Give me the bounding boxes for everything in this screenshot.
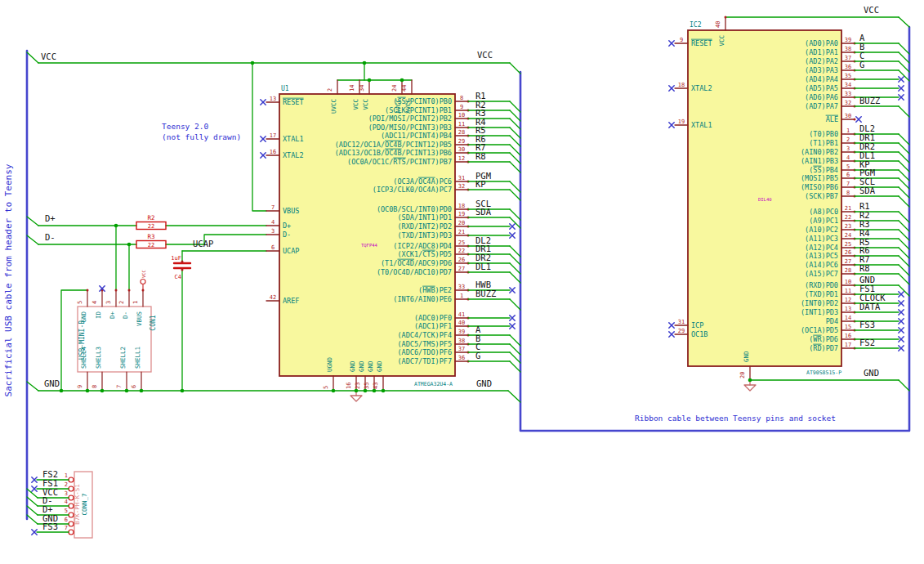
pin-name: RESET <box>691 39 712 47</box>
pin-number: 37 <box>845 55 851 61</box>
pin-number: 2 <box>846 137 850 143</box>
connector-pin-circle <box>69 530 74 535</box>
pin-name: (A15)PC7 <box>805 270 838 278</box>
pin-number: 24 <box>391 85 398 92</box>
pin-number: 5 <box>65 508 68 514</box>
pin-name: (ADC4/TCK)PF4 <box>397 331 452 339</box>
pin-number: 32 <box>845 100 851 106</box>
bus-entry <box>899 212 909 222</box>
net-label-r8: R8 <box>475 151 486 161</box>
junction-dot <box>364 389 368 393</box>
connector-pin-circle <box>69 495 74 500</box>
bus-entry <box>899 152 909 163</box>
pin-name: (T0/OC4D/ADC10)PD7 <box>377 268 452 276</box>
junction-dot <box>400 78 404 83</box>
pin-name: (ADC12/OC1A/OC4B/PCINT12)PB5 <box>335 141 452 149</box>
pin-number: 19 <box>458 211 465 217</box>
pin-name: (T1)PB1 <box>809 139 838 147</box>
wire <box>899 17 909 27</box>
pin-number: 1 <box>460 293 463 299</box>
net-label-fs3: FS3 <box>42 521 58 531</box>
pin-name: (A9)PC1 <box>809 217 838 225</box>
component-value: 22 <box>148 223 154 230</box>
pin-name: (AIN0)PB2 <box>801 148 838 156</box>
pin-name: (AD2)PA2 <box>805 57 838 65</box>
component-footprint: TQFP44 <box>361 243 378 248</box>
pin-number: 12 <box>845 297 851 303</box>
bus-entry <box>510 335 520 346</box>
power-flag-label: VCC <box>141 270 146 278</box>
pin-number: 23 <box>355 383 361 389</box>
pin-number: 38 <box>845 46 851 52</box>
net-label-fs2: FS2 <box>859 338 875 347</box>
pin-number: 1 <box>132 301 139 304</box>
pin-name: (PDO/MISO/PCINT3)PB3 <box>368 123 452 132</box>
net-label-gnd: GND <box>864 368 879 378</box>
gnd-symbol-icon <box>350 396 362 401</box>
pin-name: GND <box>376 360 383 372</box>
pin-number: 36 <box>458 355 465 361</box>
net-label-buzz: BUZZ <box>475 289 496 298</box>
net-label-g: G <box>475 351 480 360</box>
pin-name: (T0)PB0 <box>809 130 838 138</box>
bus-entry <box>899 221 909 231</box>
pin-number: 35 <box>364 383 370 389</box>
pin-number: 28 <box>458 129 465 136</box>
pin-name: (AD6)PA6 <box>805 93 838 101</box>
pin-name: GND <box>80 311 87 323</box>
bus-entry <box>899 61 909 72</box>
pin-name: (AD1)PA1 <box>805 48 838 56</box>
component-reference: R3 <box>147 233 154 240</box>
junction-dot <box>332 389 336 393</box>
pin-name: (OC1A)PD5 <box>801 326 838 334</box>
pin-number: 7 <box>846 181 850 187</box>
wire <box>899 380 909 391</box>
pin-number: 19 <box>678 119 685 125</box>
bus-entry <box>510 162 520 172</box>
net-label-gnd: GND <box>476 378 492 388</box>
pin-name: (TXD/INT3)PD3 <box>397 231 452 239</box>
pin-number: 30 <box>845 113 851 119</box>
pin-name: (T1/OC4D/ADC9)PD6 <box>381 259 452 267</box>
pin-name: D- <box>283 231 291 239</box>
pin-name: (MISO)PB6 <box>801 183 838 191</box>
power-flag-icon <box>141 280 145 284</box>
bus-entry <box>899 196 909 207</box>
junction-dot <box>127 243 132 247</box>
wire <box>27 235 38 244</box>
pin-number: 17 <box>845 342 851 348</box>
component-footprint: DIL40 <box>758 197 772 202</box>
pin-name: (A14)PC6 <box>805 261 838 269</box>
component-value: 1uF <box>171 255 181 262</box>
pin-name: (RXD)PD0 <box>805 281 838 289</box>
bus-entry <box>899 239 909 249</box>
junction-dot <box>373 389 377 393</box>
pin-number: 13 <box>845 306 851 312</box>
pin-name: (RXD/INT2)PD2 <box>397 222 452 231</box>
pin-name: OC1B <box>691 330 708 338</box>
pin-name: XTAL2 <box>691 84 712 92</box>
pin-name: XTAL1 <box>283 135 304 143</box>
pin-number: 13 <box>270 96 276 102</box>
junction-dot <box>60 389 64 393</box>
pin-number: 7 <box>271 204 275 211</box>
net-label-vcc: VCC <box>41 51 56 61</box>
pin-name: VBUS <box>136 311 143 327</box>
pin-number: 16 <box>270 149 276 155</box>
pin-name: (SS)PB4 <box>809 166 838 174</box>
bus-entry <box>510 263 520 274</box>
net-label-r8: R8 <box>859 263 870 273</box>
junction-dot <box>363 61 367 65</box>
bus-entry <box>510 361 520 372</box>
pin-name: (AD4)PA4 <box>805 75 838 83</box>
pin-name: (WR)PD6 <box>809 335 838 343</box>
pin-name: ID <box>95 311 102 320</box>
connector-pin-circle <box>69 513 74 517</box>
schematic-page: U1ATMEGA32U4-ATQFP4413RESET17XTAL116XTAL… <box>0 0 924 564</box>
wire <box>27 217 38 226</box>
pin-name: (A12)PC4 <box>805 244 838 252</box>
pin-number: 44 <box>401 85 408 92</box>
bus-entry <box>899 265 909 275</box>
pin-name: GND <box>358 360 365 372</box>
pin-name: (A11)PC3 <box>805 235 838 243</box>
